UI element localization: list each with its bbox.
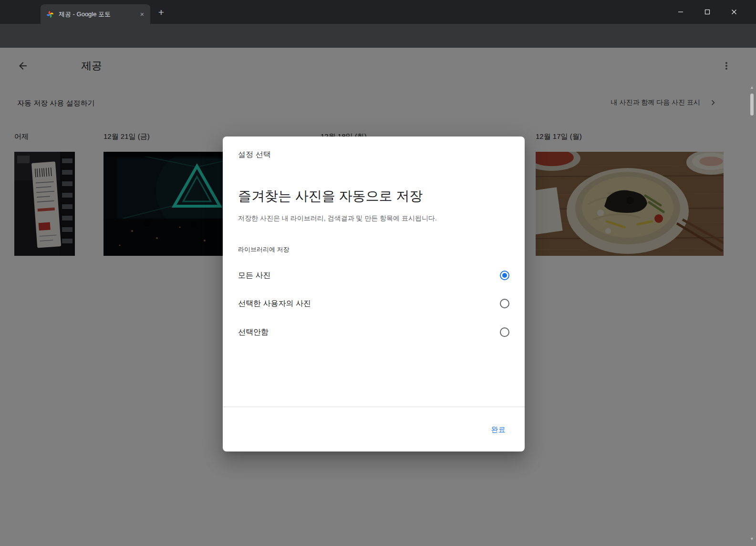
dialog-description: 저장한 사진은 내 라이브러리, 검색결과 및 만든 항목에 표시됩니다. <box>238 214 437 223</box>
radio-option-label: 선택안함 <box>238 327 269 337</box>
radio-option-none[interactable]: 선택안함 <box>238 321 509 344</box>
dialog-eyebrow: 설정 선택 <box>238 150 270 160</box>
vertical-scrollbar[interactable]: ▲ ▼ <box>748 48 756 546</box>
google-photos-favicon-icon <box>46 10 54 18</box>
dialog-footer: 완료 <box>223 407 525 452</box>
scrollbar-thumb[interactable] <box>750 94 754 116</box>
window-maximize-button[interactable] <box>696 0 718 24</box>
radio-option-label: 선택한 사용자의 사진 <box>238 299 311 309</box>
close-icon <box>731 9 737 15</box>
radio-group-label: 라이브러리에 저장 <box>238 245 290 254</box>
browser-toolbar: https://photos.google.com /u/1/partner/ <box>0 24 756 48</box>
minimize-icon <box>678 9 684 15</box>
radio-option-label: 모든 사진 <box>238 271 270 281</box>
maximize-icon <box>704 9 710 15</box>
radio-option-selected-people[interactable]: 선택한 사용자의 사진 <box>238 292 509 315</box>
done-button[interactable]: 완료 <box>491 425 506 434</box>
tab-title: 제공 - Google 포토 <box>59 10 138 19</box>
window-close-button[interactable] <box>723 0 745 24</box>
tab-strip: 제공 - Google 포토 × + <box>0 0 756 24</box>
radio-option-all-photos[interactable]: 모든 사진 <box>238 264 509 287</box>
radio-button-selected-icon <box>500 271 509 280</box>
dialog-title: 즐겨찾는 사진을 자동으로 저장 <box>238 187 423 205</box>
scroll-down-icon[interactable]: ▼ <box>748 536 756 541</box>
browser-window: 제공 - Google 포토 × + https://photos.googl <box>0 0 756 546</box>
radio-button-icon <box>500 327 509 337</box>
settings-dialog: 설정 선택 즐겨찾는 사진을 자동으로 저장 저장한 사진은 내 라이브러리, … <box>223 136 525 452</box>
window-minimize-button[interactable] <box>670 0 692 24</box>
new-tab-button[interactable]: + <box>155 6 168 20</box>
browser-tab[interactable]: 제공 - Google 포토 × <box>41 4 150 24</box>
scroll-up-icon[interactable]: ▲ <box>748 85 756 90</box>
radio-button-icon <box>500 299 509 308</box>
tab-close-icon[interactable]: × <box>138 10 146 19</box>
